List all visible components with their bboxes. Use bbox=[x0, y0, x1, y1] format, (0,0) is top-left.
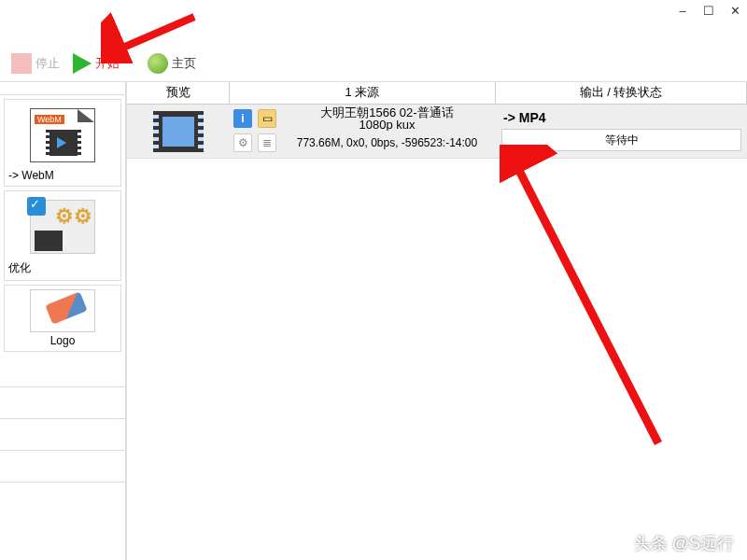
webm-tag: WebM bbox=[35, 115, 64, 124]
col-output[interactable]: 输出 / 转换状态 bbox=[496, 82, 747, 104]
close-button[interactable]: ✕ bbox=[728, 4, 741, 18]
play-icon bbox=[73, 53, 92, 74]
col-preview[interactable]: 预览 bbox=[127, 82, 230, 104]
screen-icon bbox=[35, 231, 63, 251]
sidebar-option-logo[interactable]: Logo bbox=[4, 285, 121, 352]
cell-source: i ▭ 大明王朝1566 02-普通话 1080p kux ⚙ ≣ 773.66… bbox=[230, 105, 496, 158]
globe-icon bbox=[148, 53, 168, 74]
sidebar-option-optimize[interactable]: ⚙⚙ 优化 bbox=[4, 190, 121, 281]
sidebar-option-label: -> WebM bbox=[8, 167, 117, 182]
play-overlay-icon bbox=[57, 137, 66, 148]
gears-icon: ⚙⚙ bbox=[55, 204, 92, 229]
file-row[interactable]: i ▭ 大明王朝1566 02-普通话 1080p kux ⚙ ≣ 773.66… bbox=[127, 105, 747, 159]
webm-thumb: WebM bbox=[8, 104, 117, 167]
logo-thumb bbox=[8, 289, 117, 332]
sidebar-empty-row bbox=[0, 356, 125, 387]
maximize-button[interactable]: ☐ bbox=[702, 4, 715, 18]
folder-icon[interactable]: ▭ bbox=[258, 109, 276, 128]
stop-button: 停止 bbox=[6, 51, 65, 76]
home-label: 主页 bbox=[172, 55, 196, 72]
check-icon bbox=[27, 197, 46, 216]
stop-label: 停止 bbox=[35, 55, 60, 72]
source-title: 大明王朝1566 02-普通话 1080p kux bbox=[282, 106, 492, 131]
watermark: 头条 @S远行 bbox=[634, 532, 734, 554]
stop-icon bbox=[11, 53, 32, 74]
sidebar-option-label: 优化 bbox=[8, 259, 117, 276]
column-headers: 预览 1 来源 输出 / 转换状态 bbox=[127, 82, 747, 105]
video-thumb-icon bbox=[159, 111, 198, 152]
sidebar-option-label: Logo bbox=[8, 332, 117, 347]
source-title-line2: 1080p kux bbox=[282, 119, 492, 131]
sidebar-empty-row bbox=[0, 451, 125, 483]
home-button[interactable]: 主页 bbox=[142, 51, 202, 76]
sidebar-empty-row bbox=[0, 387, 125, 419]
output-status[interactable]: 等待中 bbox=[501, 129, 741, 151]
sidebar-spacer bbox=[0, 82, 125, 95]
col-source[interactable]: 1 来源 bbox=[230, 82, 496, 104]
gear-icon[interactable]: ⚙ bbox=[233, 133, 252, 152]
sidebar: WebM -> WebM ⚙⚙ 优化 Logo bbox=[0, 82, 126, 560]
start-label: 开始 bbox=[95, 55, 120, 72]
output-format: -> MP4 bbox=[501, 106, 741, 129]
minimize-button[interactable]: – bbox=[676, 4, 689, 18]
optimize-thumb: ⚙⚙ bbox=[8, 195, 117, 259]
start-button[interactable]: 开始 bbox=[67, 51, 125, 76]
eraser-icon bbox=[45, 291, 87, 324]
info-icon[interactable]: i bbox=[233, 109, 252, 128]
cell-output: -> MP4 等待中 bbox=[496, 105, 747, 158]
sidebar-empty-row bbox=[0, 419, 125, 451]
cell-preview bbox=[127, 105, 230, 158]
main-panel: 预览 1 来源 输出 / 转换状态 i ▭ 大明王朝1566 02-普通话 10… bbox=[126, 82, 747, 560]
doc-icon[interactable]: ≣ bbox=[258, 133, 276, 152]
toolbar: 停止 开始 主页 bbox=[0, 45, 747, 82]
source-meta: 773.66M, 0x0, 0bps, -596523:-14:00 bbox=[282, 136, 492, 149]
sidebar-option-webm[interactable]: WebM -> WebM bbox=[4, 99, 121, 187]
